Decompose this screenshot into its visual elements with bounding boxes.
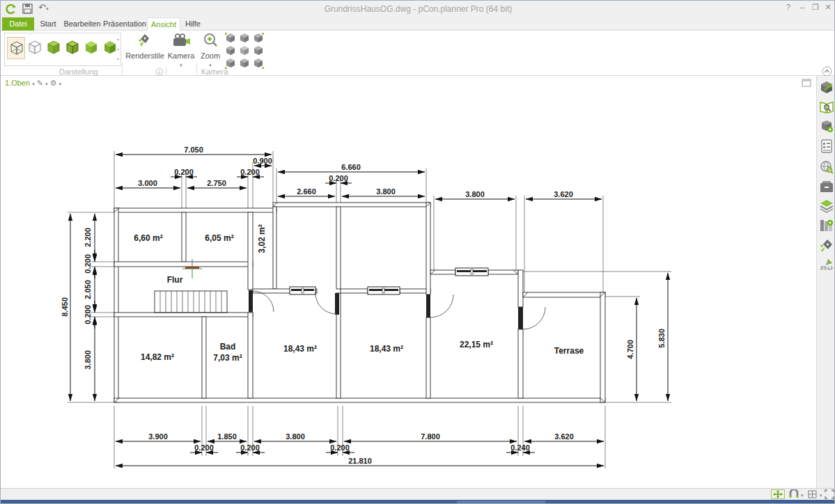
window-title: GrundrissHausOG.dwg - pCon.planner Pro (…: [1, 4, 835, 14]
separator: [166, 68, 166, 74]
viewport-name[interactable]: 1.Oben: [5, 79, 30, 87]
tab-bearbeiten[interactable]: Bearbeiten: [62, 17, 102, 31]
media-browser-icon[interactable]: [819, 179, 834, 194]
fullscreen-button[interactable]: [825, 489, 834, 499]
model-editor-icon[interactable]: [819, 80, 834, 95]
undo-icon[interactable]: ↶▾: [38, 2, 48, 13]
kamera-button[interactable]: Kamera ▾: [166, 32, 196, 68]
close-button[interactable]: ✕: [821, 3, 835, 12]
renderstile-button[interactable]: Renderstile: [125, 32, 165, 60]
renderstyle-wireframe-button[interactable]: [7, 37, 25, 59]
minimize-button[interactable]: –: [795, 3, 809, 11]
float-viewport-icon[interactable]: [802, 79, 811, 87]
edit-pen-icon[interactable]: ✎: [37, 79, 43, 87]
taskbar-button[interactable]: [457, 501, 545, 504]
taskbar-strip: [1, 500, 835, 504]
group-label-kamera: Kamera: [201, 68, 228, 76]
tab-praesentation[interactable]: Präsentation: [102, 17, 147, 31]
pan-navigate-button[interactable]: [771, 489, 785, 499]
renderstyle-hidden-line-button[interactable]: [26, 37, 44, 59]
group-label-darstellung: Darstellung: [59, 68, 98, 76]
status-bar: ▾ ▾: [1, 488, 835, 500]
article-manager-icon[interactable]: [819, 119, 834, 134]
article-list-icon[interactable]: [819, 139, 834, 154]
render-styles-icon[interactable]: [819, 237, 834, 253]
tab-datei[interactable]: Datei: [2, 17, 34, 31]
application-window: GrundrissHausOG.dwg - pCon.planner Pro (…: [0, 0, 835, 504]
restore-button[interactable]: ❐: [809, 3, 822, 12]
zoom-button[interactable]: Zoom ▾: [198, 32, 222, 68]
settings-gear-icon[interactable]: ⚙: [50, 79, 57, 87]
right-toolbar: [816, 76, 835, 488]
dialog-launcher-icon[interactable]: [155, 68, 164, 76]
svg-text:▾: ▾: [820, 493, 822, 498]
help-button[interactable]: ?: [781, 3, 795, 11]
tab-hilfe[interactable]: Hilfe: [180, 17, 205, 31]
drawing-tools-icon[interactable]: [819, 257, 834, 272]
web-catalogs-icon[interactable]: [819, 159, 834, 175]
gear-dropdown-icon[interactable]: ▾: [59, 81, 62, 86]
materials-icon[interactable]: [819, 218, 834, 233]
viewport-dropdown-icon[interactable]: ▾: [32, 81, 35, 86]
title-bar: GrundrissHausOG.dwg - pCon.planner Pro (…: [1, 1, 835, 17]
save-icon[interactable]: [22, 3, 34, 15]
view-cube-buttons: [225, 33, 264, 69]
snap-magnet-button[interactable]: ▾: [788, 489, 804, 499]
svg-text:▾: ▾: [801, 493, 804, 498]
grid-settings-button[interactable]: ▾: [807, 489, 824, 499]
viewport-label: 1.Oben ▾ ✎ ▾ ⚙ ▾: [5, 79, 61, 88]
ribbon-tab-row: Datei Start Bearbeiten Präsentation Ansi…: [1, 17, 835, 31]
renderstyle-realistic-button[interactable]: [82, 37, 100, 59]
tab-start[interactable]: Start: [34, 17, 62, 31]
ribbon: Renderstile Kamera ▾ Zoom ▾: [1, 31, 835, 76]
pcon-logo-icon[interactable]: [4, 3, 17, 15]
layers-icon[interactable]: [819, 198, 834, 214]
drawing-canvas[interactable]: [1, 76, 816, 488]
pen-dropdown-icon[interactable]: ▾: [45, 81, 48, 86]
renderstyle-shaded-edges-button[interactable]: [63, 37, 81, 59]
renderstyle-shaded-button[interactable]: [45, 37, 63, 59]
standard-views-grid: [225, 33, 264, 69]
render-style-gallery: [4, 33, 121, 66]
catalog-search-icon[interactable]: [819, 100, 834, 115]
tab-ansicht[interactable]: Ansicht: [147, 17, 180, 31]
gallery-scroll[interactable]: [116, 38, 120, 63]
collapse-ribbon-icon[interactable]: [822, 66, 832, 77]
